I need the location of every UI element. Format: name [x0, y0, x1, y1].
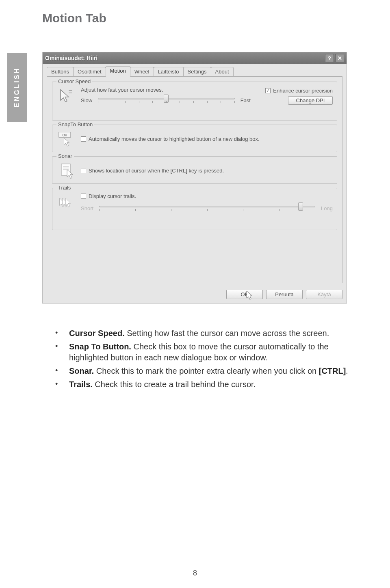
group-label-sonar: Sonar — [56, 153, 74, 159]
tab-settings[interactable]: Settings — [183, 67, 211, 77]
snapto-checkbox[interactable]: Automatically moves the cursor to highli… — [81, 136, 333, 142]
cursor-speed-icon — [56, 87, 76, 105]
tab-buttons[interactable]: Buttons — [47, 67, 74, 77]
window-title: Ominaisuudet: Hiiri — [45, 55, 98, 61]
tab-laitteisto[interactable]: Laitteisto — [154, 67, 184, 77]
long-label: Long — [321, 205, 333, 211]
tab-about[interactable]: About — [211, 67, 234, 77]
sonar-icon — [56, 162, 76, 179]
dialog-footer: OK Peruuta Käytä — [226, 290, 342, 299]
snapto-label: Automatically moves the cursor to highli… — [89, 136, 260, 142]
cursor-overlay-icon — [246, 291, 253, 302]
bullet-snap-to: Snap To Button. Check this box to move t… — [42, 341, 351, 363]
trails-checkbox[interactable]: Display cursor trails. — [81, 193, 333, 199]
bullet-sonar: Sonar. Check this to mark the pointer ex… — [42, 366, 351, 377]
trails-slider[interactable] — [99, 203, 315, 213]
checkbox-icon — [265, 88, 271, 93]
titlebar: Ominaisuudet: Hiiri ? ✕ — [43, 52, 347, 64]
svg-text:OK: OK — [62, 134, 67, 137]
help-button[interactable]: ? — [325, 54, 334, 62]
ok-button[interactable]: OK — [226, 290, 263, 299]
cursor-speed-desc: Adjust how fast your cursor moves. — [81, 87, 163, 93]
enhance-precision-label: Enhance cursor precision — [273, 88, 333, 94]
sonar-label: Shows location of cursor when the [CTRL]… — [89, 168, 224, 174]
tab-row: Buttons Osoittimet Motion Wheel Laitteis… — [47, 67, 342, 77]
tab-panel: Cursor Speed Adjust how fast your cursor… — [47, 76, 342, 283]
enhance-precision-checkbox[interactable]: Enhance cursor precision — [265, 88, 333, 94]
trails-label: Display cursor trails. — [89, 193, 136, 199]
tab-wheel[interactable]: Wheel — [130, 67, 154, 77]
change-dpi-button[interactable]: Change DPI — [288, 96, 333, 105]
short-label: Short — [81, 205, 93, 211]
sonar-checkbox[interactable]: Shows location of cursor when the [CTRL]… — [81, 168, 333, 174]
cancel-button[interactable]: Peruuta — [266, 290, 303, 299]
tab-motion[interactable]: Motion — [106, 66, 130, 77]
snapto-icon: OK — [56, 130, 76, 148]
close-button[interactable]: ✕ — [335, 54, 344, 62]
group-snapto: SnapTo Button OK Automatically moves the… — [52, 125, 337, 152]
group-sonar: Sonar Shows location of cursor when the … — [52, 156, 337, 184]
page-title: Motion Tab — [42, 11, 106, 25]
language-side-tab: ENGLISH — [7, 53, 27, 122]
fast-label: Fast — [240, 97, 251, 103]
slow-label: Slow — [81, 97, 92, 103]
bullet-cursor-speed: Cursor Speed. Setting how fast the curso… — [42, 328, 351, 339]
tab-osoittimet[interactable]: Osoittimet — [73, 67, 106, 77]
checkbox-icon — [81, 168, 86, 173]
group-cursor-speed: Cursor Speed Adjust how fast your cursor… — [52, 82, 337, 121]
group-label-cursor-speed: Cursor Speed — [56, 78, 92, 84]
group-label-snapto: SnapTo Button — [56, 121, 94, 127]
apply-button[interactable]: Käytä — [306, 290, 342, 299]
group-label-trails: Trails — [56, 185, 72, 191]
dialog-window: Ominaisuudet: Hiiri ? ✕ Buttons Osoittim… — [42, 52, 347, 304]
page-number: 8 — [0, 569, 390, 577]
checkbox-icon — [81, 136, 86, 142]
dialog-body: Buttons Osoittimet Motion Wheel Laitteis… — [43, 64, 347, 303]
trails-icon — [56, 194, 76, 212]
language-label: ENGLISH — [13, 67, 21, 107]
doc-text: Cursor Speed. Setting how fast the curso… — [42, 328, 351, 392]
cursor-speed-slider[interactable] — [98, 95, 235, 105]
group-trails: Trails Di — [52, 188, 337, 230]
bullet-trails: Trails. Check this to create a trail beh… — [42, 379, 351, 390]
checkbox-icon — [81, 194, 86, 199]
